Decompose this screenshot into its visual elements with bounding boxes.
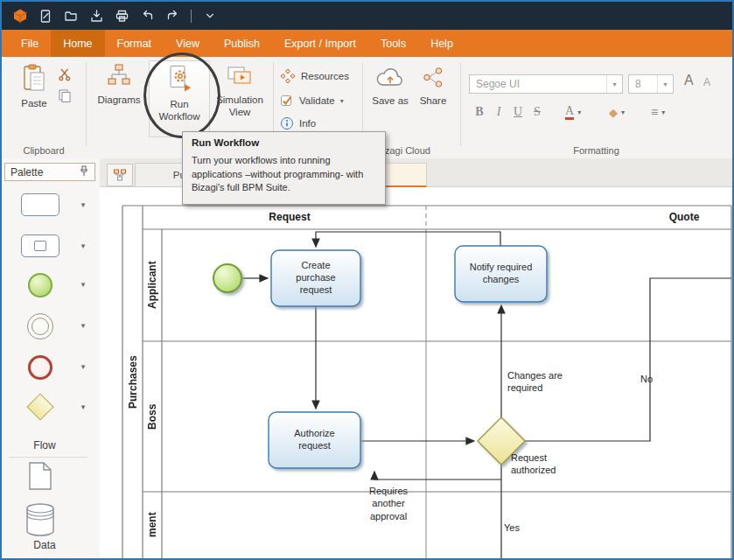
palette-task-shape[interactable] [21, 193, 59, 216]
chevron-down-icon[interactable]: ▾ [77, 242, 89, 250]
group-separator [460, 62, 461, 146]
tab-help[interactable]: Help [418, 30, 465, 57]
diagrams-icon [106, 64, 132, 88]
data-store-cylinder-icon [25, 502, 55, 537]
phase-label-request: Request [255, 211, 325, 223]
save-as-label: Save as [372, 95, 409, 108]
data-object-icon [29, 462, 52, 490]
tab-export-import[interactable]: Export / Import [272, 30, 368, 57]
edge-label-request-authorized: Request authorized [511, 452, 577, 477]
palette-data-store-shape[interactable] [25, 502, 55, 541]
font-family-select[interactable]: Segoe UI ▾ [469, 74, 623, 94]
open-folder-icon [64, 9, 79, 24]
validate-button[interactable]: Validate ▾ [280, 92, 344, 109]
tab-format[interactable]: Format [105, 30, 164, 57]
chevron-down-icon: ▾ [657, 75, 673, 93]
tab-home[interactable]: Home [51, 30, 104, 57]
simulation-view-icon [227, 64, 253, 88]
italic-button[interactable]: I [490, 102, 507, 122]
strikethrough-button[interactable]: S [528, 102, 546, 122]
simulation-view-label: Simulation View [213, 94, 266, 119]
edge-label-requires-another-approval: Requires another approval [359, 485, 418, 522]
task-label: Create purchase request [271, 250, 360, 306]
palette-header: Palette [4, 163, 95, 181]
palette-start-event-shape[interactable] [28, 273, 52, 298]
clipboard-group-label: Clipboard [2, 145, 86, 156]
pin-button[interactable] [79, 165, 89, 179]
scissors-icon [58, 67, 72, 81]
fill-diamond-icon: ◆ [609, 106, 618, 119]
chevron-down-icon: ▾ [621, 108, 625, 116]
chevron-down-icon: ▾ [577, 108, 581, 116]
tab-file[interactable]: File [9, 30, 51, 57]
chevron-down-icon: ▾ [606, 75, 622, 93]
task-label-text: Authorize request [283, 428, 346, 452]
save-as-button[interactable]: Save as [369, 66, 411, 108]
bold-button[interactable]: B [471, 102, 488, 122]
palette-gateway-shape[interactable] [26, 393, 53, 420]
printer-icon [115, 9, 129, 24]
chevron-down-icon[interactable]: ▾ [77, 280, 89, 289]
palette-end-event-shape[interactable] [28, 355, 52, 380]
text-align-button[interactable]: ≡ ▾ [651, 102, 665, 122]
edge-label-yes: Yes [504, 522, 530, 534]
chevron-down-icon: ▾ [340, 97, 344, 105]
task-label-text: Create purchase request [283, 260, 348, 296]
new-diagram-button[interactable] [36, 6, 55, 25]
redo-icon [165, 9, 180, 24]
chevron-down-icon: ▾ [661, 108, 665, 116]
redo-button[interactable] [163, 6, 182, 25]
pushpin-icon [79, 165, 89, 177]
shrink-font-button[interactable]: A [703, 76, 710, 88]
start-event-node[interactable] [213, 264, 241, 292]
share-icon [422, 66, 444, 89]
highlight-circle-annotation [143, 52, 220, 138]
shape-fill-button[interactable]: ◆ ▾ [609, 102, 625, 122]
diagram-canvas[interactable]: Purchases Applicant Boss ment Request Qu… [100, 187, 732, 558]
chevron-down-icon [204, 10, 216, 22]
info-button[interactable]: Info [280, 115, 316, 132]
info-label: Info [299, 118, 316, 129]
resources-icon [280, 68, 296, 84]
chevron-down-icon[interactable]: ▾ [77, 321, 89, 330]
palette-flow-section-label: Flow [2, 439, 87, 452]
title-bar [2, 2, 732, 30]
tooltip-title: Run Workflow [192, 137, 376, 148]
palette-subprocess-shape[interactable] [21, 234, 59, 257]
palette-panel: Palette ▾ ▾ ▾ ▾ ▾ ▾ Flow [2, 158, 101, 558]
palette-intermediate-event-shape[interactable] [27, 313, 53, 340]
font-color-button[interactable]: A ▾ [565, 102, 581, 122]
group-separator [86, 62, 87, 146]
lane-label-boss: Boss [143, 341, 162, 492]
chevron-down-icon[interactable]: ▾ [77, 362, 89, 371]
resources-button[interactable]: Resources [280, 67, 349, 85]
mini-diagram-icon [113, 169, 127, 181]
cut-button[interactable] [58, 67, 72, 85]
grow-font-button[interactable]: A [684, 73, 694, 88]
customize-toolbar-button[interactable] [200, 6, 220, 25]
undo-button[interactable] [137, 6, 157, 25]
font-size-select[interactable]: 8 ▾ [628, 74, 674, 94]
copy-button[interactable] [58, 88, 72, 106]
palette-data-object-shape[interactable] [29, 462, 52, 494]
print-button[interactable] [112, 6, 131, 25]
chevron-down-icon[interactable]: ▾ [77, 402, 89, 411]
chevron-down-icon[interactable]: ▾ [77, 200, 89, 209]
info-icon [280, 116, 294, 130]
app-logo [10, 6, 30, 25]
tab-publish[interactable]: Publish [212, 30, 272, 57]
cloud-save-icon [374, 66, 406, 89]
lane-label-applicant: Applicant [143, 229, 162, 341]
paste-clipboard-icon [22, 64, 46, 92]
underline-button[interactable]: U [509, 102, 527, 122]
tab-tools[interactable]: Tools [368, 30, 418, 57]
import-button[interactable] [87, 6, 106, 25]
resources-label: Resources [301, 71, 349, 81]
formatting-group-label: Formatting [460, 145, 732, 156]
process-view-button[interactable] [107, 164, 133, 186]
open-button[interactable] [61, 6, 80, 25]
diagrams-button[interactable]: Diagrams [93, 64, 145, 107]
font-family-value: Segoe UI [476, 78, 520, 90]
paste-button[interactable]: Paste [12, 64, 56, 110]
share-button[interactable]: Share [415, 66, 451, 108]
